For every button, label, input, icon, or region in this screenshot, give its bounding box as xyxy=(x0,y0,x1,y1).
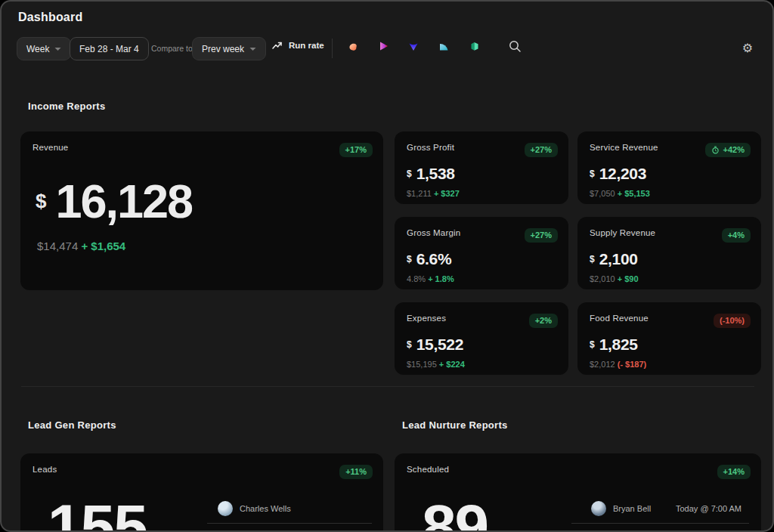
expenses-card: Expenses +2% $ 15,522 $15,195 + $224 xyxy=(395,302,568,375)
previous-value: $1,211 xyxy=(407,189,432,198)
card-title: Scheduled xyxy=(407,465,449,474)
card-title: Service Revenue xyxy=(590,143,658,152)
delta-value: + $1,654 xyxy=(81,240,125,252)
page-title: Dashboard xyxy=(18,11,82,24)
leads-card: Leads +11% 155 Charles Wells xyxy=(20,453,383,532)
change-badge: +4% xyxy=(722,228,751,243)
previous-value: $14,474 xyxy=(37,240,78,252)
run-rate-toggle[interactable]: Run rate xyxy=(272,41,324,50)
change-badge: +2% xyxy=(529,314,558,328)
amount: 2,100 xyxy=(599,250,638,268)
period-dropdown[interactable]: Week xyxy=(17,37,71,60)
blob-logo-icon[interactable] xyxy=(346,39,360,53)
badge-text: +42% xyxy=(723,146,745,154)
run-rate-label: Run rate xyxy=(289,41,324,50)
compare-to-label: Compare to xyxy=(151,44,193,53)
schedule-entry: Bryan Bell Today @ 7:00 AM xyxy=(571,500,749,524)
delta-value: + $90 xyxy=(618,274,639,283)
card-title: Revenue xyxy=(33,143,68,152)
change-badge: +42% xyxy=(705,143,751,157)
change-badge: +11% xyxy=(339,465,373,479)
chevron-down-icon xyxy=(54,47,61,51)
change-badge: +17% xyxy=(339,143,373,157)
delta-value: (- $187) xyxy=(618,360,647,369)
amount: 15,522 xyxy=(416,336,463,354)
lead-nurture-heading: Lead Nurture Reports xyxy=(402,419,508,431)
scheduled-count: 89 xyxy=(422,496,488,532)
compare-period-dropdown[interactable]: Prev week xyxy=(192,37,266,60)
previous-value: $2,010 xyxy=(590,274,615,283)
currency-symbol: $ xyxy=(407,339,412,350)
gross-margin-card: Gross Margin +27% $ 6.6% 4.8% + 1.8% xyxy=(395,217,568,289)
change-badge: +14% xyxy=(717,465,751,479)
supply-revenue-card: Supply Revenue +4% $ 2,100 $2,010 + $90 xyxy=(577,217,761,289)
amount: 1,538 xyxy=(416,165,455,183)
section-divider xyxy=(21,386,754,387)
delta-value: + $224 xyxy=(439,360,465,369)
toolbar: Week Feb 28 - Mar 4 Compare to Prev week… xyxy=(17,37,757,60)
card-value: $ 1,825 xyxy=(590,336,761,354)
card-comparison: $1,211 + $327 xyxy=(407,189,568,198)
card-comparison: $2,012 (- $187) xyxy=(590,360,761,369)
revenue-value: $ 16,128 xyxy=(36,175,383,227)
card-value: $ 15,522 xyxy=(407,336,568,354)
card-comparison: $7,050 + $5,153 xyxy=(590,189,761,198)
trending-up-icon xyxy=(272,41,283,50)
integration-logos xyxy=(346,39,522,53)
currency-symbol: $ xyxy=(590,339,595,350)
previous-value: $7,050 xyxy=(590,189,615,198)
card-comparison: 4.8% + 1.8% xyxy=(407,274,568,283)
change-badge: +27% xyxy=(525,228,558,243)
card-value: $ 6.6% xyxy=(407,250,568,268)
amount: 6.6% xyxy=(416,250,452,268)
currency-symbol: $ xyxy=(590,169,595,179)
card-title: Food Revenue xyxy=(590,314,649,323)
currency-symbol: $ xyxy=(590,254,595,264)
period-dropdown-label: Week xyxy=(26,44,49,54)
person-row[interactable]: Charles Wells xyxy=(207,500,372,516)
lead-gen-heading: Lead Gen Reports xyxy=(28,419,116,431)
play-logo-icon[interactable] xyxy=(376,39,390,53)
row-divider xyxy=(571,523,749,524)
delta-value: + 1.8% xyxy=(428,274,454,283)
card-title: Gross Margin xyxy=(407,228,460,237)
avatar xyxy=(591,501,606,516)
food-revenue-card: Food Revenue (-10%) $ 1,825 $2,012 (- $1… xyxy=(577,302,761,375)
chevron-down-icon xyxy=(249,47,256,51)
amount: 12,203 xyxy=(599,165,646,183)
card-value: $ 2,100 xyxy=(590,250,761,268)
previous-value: 4.8% xyxy=(407,274,426,283)
gear-glyph: ⚙ xyxy=(742,41,753,55)
scheduled-time: Today @ 7:00 AM xyxy=(676,504,741,513)
change-badge: (-10%) xyxy=(714,314,751,328)
cone-logo-icon[interactable] xyxy=(407,39,420,53)
amount: 1,825 xyxy=(599,336,638,354)
previous-value: $15,195 xyxy=(407,360,437,369)
search-icon[interactable] xyxy=(508,39,522,53)
currency-symbol: $ xyxy=(36,190,46,213)
card-value: $ 12,203 xyxy=(590,165,761,183)
income-reports-heading: Income Reports xyxy=(28,101,105,112)
previous-value: $2,012 xyxy=(590,360,615,369)
card-title: Gross Profit xyxy=(407,143,454,152)
delta-value: + $5,153 xyxy=(618,189,650,198)
folder-logo-icon[interactable] xyxy=(467,39,481,53)
timer-icon xyxy=(711,146,720,154)
person-name: Bryan Bell xyxy=(613,504,651,513)
leads-count: 155 xyxy=(48,496,147,532)
date-range-button[interactable]: Feb 28 - Mar 4 xyxy=(70,37,149,60)
fan-logo-icon[interactable] xyxy=(437,39,450,53)
card-comparison: $2,010 + $90 xyxy=(590,274,761,283)
person-name: Charles Wells xyxy=(240,504,291,513)
revenue-card: Revenue +17% $ 16,128 $14,474 + $1,654 xyxy=(20,131,383,290)
gross-profit-card: Gross Profit +27% $ 1,538 $1,211 + $327 xyxy=(395,131,568,204)
change-badge: +27% xyxy=(525,143,558,157)
avatar xyxy=(218,501,233,516)
person-row[interactable]: Bryan Bell Today @ 7:00 AM xyxy=(571,500,749,516)
date-range-label: Feb 28 - Mar 4 xyxy=(79,44,139,54)
currency-symbol: $ xyxy=(407,169,412,179)
leaderboard-entry: Charles Wells xyxy=(207,500,372,524)
settings-gear-icon[interactable]: ⚙ xyxy=(739,39,756,56)
compare-period-label: Prev week xyxy=(202,44,244,54)
card-comparison: $15,195 + $224 xyxy=(407,360,568,369)
